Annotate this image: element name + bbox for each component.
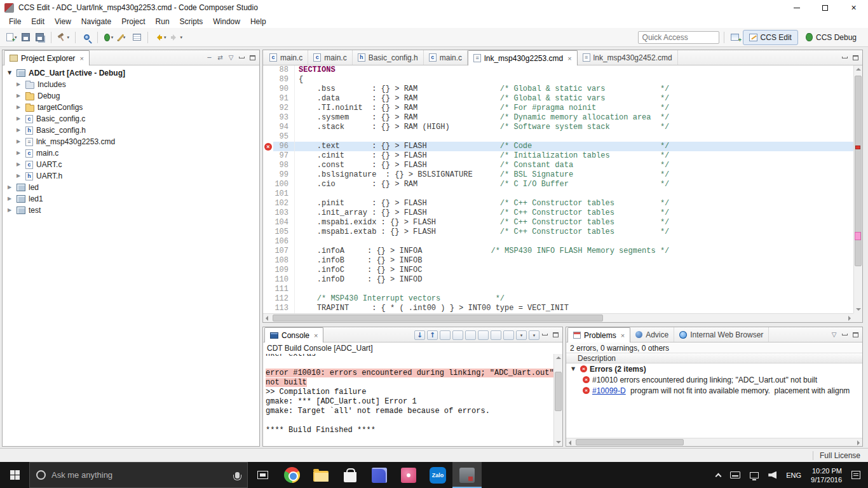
overview-error-marker[interactable] bbox=[855, 146, 860, 149]
menu-project[interactable]: Project bbox=[116, 16, 150, 27]
taskbar-app-app-blue[interactable] bbox=[365, 462, 394, 488]
menu-edit[interactable]: Edit bbox=[26, 16, 50, 27]
code-text[interactable]: .cio : {} > RAM /* C I/O Buffer */ bbox=[295, 180, 853, 189]
editor-tab-main-c[interactable]: cmain.c bbox=[264, 50, 308, 65]
tab-advice[interactable]: Advice bbox=[630, 327, 674, 342]
tree-item-basic-config-h[interactable]: ▶hBasic_config.h bbox=[3, 125, 259, 136]
collapse-arrow-icon[interactable]: ▼ bbox=[5, 67, 14, 79]
problem-item-1[interactable]: ×#10010 errors encountered during linkin… bbox=[566, 374, 862, 385]
next-error-button[interactable]: ↓ bbox=[414, 330, 425, 340]
code-text[interactable]: .TI.noinit : {} > RAM /* For #pragma noi… bbox=[295, 104, 853, 113]
build-button[interactable]: ▾ bbox=[56, 30, 71, 44]
menu-scripts[interactable]: Scripts bbox=[175, 16, 208, 27]
scrollbar-thumb[interactable] bbox=[273, 315, 603, 322]
description-column-header[interactable]: Description bbox=[566, 353, 862, 363]
taskbar-app-chrome[interactable] bbox=[277, 462, 306, 488]
quick-access-input[interactable] bbox=[638, 31, 719, 44]
code-text[interactable]: .stack : {} > RAM (HIGH) /* Software sys… bbox=[295, 123, 853, 132]
save-button[interactable] bbox=[20, 30, 32, 44]
tab-problems[interactable]: Problems× bbox=[567, 327, 630, 342]
perspective-ccs-debug[interactable]: CCS Debug bbox=[799, 30, 863, 45]
minimize-view-button[interactable] bbox=[236, 52, 247, 63]
code-editor[interactable]: 88SECTIONS89{90 .bss : {} > RAM /* Globa… bbox=[263, 65, 853, 313]
code-text[interactable]: .infoA : {} > INFOA /* MSP430 INFO FLASH… bbox=[295, 247, 853, 256]
open-console-button[interactable]: ▾ bbox=[529, 330, 539, 340]
editor-tab-lnk-msp430g2452-cmd[interactable]: ≡lnk_msp430g2452.cmd bbox=[578, 50, 678, 65]
overview-occurrence-marker[interactable] bbox=[855, 232, 861, 240]
scroll-right-arrow[interactable] bbox=[857, 440, 860, 445]
export-log-button[interactable] bbox=[452, 330, 463, 340]
menu-navigate[interactable]: Navigate bbox=[76, 16, 116, 27]
tab-console[interactable]: Console × bbox=[264, 327, 323, 342]
code-text[interactable]: .cinit : {} > FLASH /* Initialization ta… bbox=[295, 151, 853, 161]
tree-item-targetconfigs[interactable]: ▶targetConfigs bbox=[3, 102, 259, 113]
expand-arrow-icon[interactable]: ▶ bbox=[14, 125, 23, 136]
tab-internal-web-browser[interactable]: Internal Web Browser bbox=[674, 327, 769, 342]
editor-tab-main-c[interactable]: cmain.c bbox=[308, 50, 352, 65]
minimize-button[interactable] bbox=[782, 0, 811, 15]
hidden-icons-chevron[interactable] bbox=[715, 473, 722, 479]
code-text[interactable]: TRAPINT : { * ( .int00 ) } > INT00 type … bbox=[295, 304, 853, 313]
expand-arrow-icon[interactable]: ▶ bbox=[5, 205, 14, 216]
expand-arrow-icon[interactable]: ▶ bbox=[14, 79, 23, 90]
save-all-button[interactable] bbox=[34, 30, 46, 44]
code-text[interactable]: .infoD : {} > INFOD bbox=[295, 275, 853, 285]
scroll-up-arrow[interactable] bbox=[556, 356, 561, 359]
taskbar-app-app-pink[interactable] bbox=[394, 462, 423, 488]
minimize-view-button[interactable] bbox=[839, 329, 850, 340]
start-button[interactable] bbox=[0, 462, 29, 488]
scroll-up-arrow[interactable] bbox=[856, 68, 861, 71]
expand-arrow-icon[interactable]: ▶ bbox=[14, 136, 23, 147]
tab-project-explorer[interactable]: Project Explorer × bbox=[4, 50, 90, 65]
menu-view[interactable]: View bbox=[50, 16, 76, 27]
expand-arrow-icon[interactable]: ▶ bbox=[5, 193, 14, 205]
close-button[interactable]: × bbox=[839, 0, 868, 15]
taskbar-search-input[interactable] bbox=[51, 470, 229, 480]
close-tab-icon[interactable]: × bbox=[621, 332, 625, 339]
code-text[interactable]: .bss : {} > RAM /* Global & static vars … bbox=[295, 85, 853, 94]
code-text[interactable]: .text : {} > FLASH /* Code */ bbox=[295, 142, 853, 151]
link-with-editor-button[interactable]: ⇄ bbox=[215, 52, 226, 63]
maximize-button[interactable] bbox=[811, 0, 839, 15]
new-button[interactable]: ▾ bbox=[5, 30, 18, 44]
language-indicator[interactable]: ENG bbox=[786, 471, 801, 479]
scroll-right-arrow[interactable] bbox=[848, 316, 851, 321]
code-text[interactable]: .infoB : {} > INFOB bbox=[295, 256, 853, 266]
code-text[interactable]: SECTIONS bbox=[295, 65, 853, 75]
clock[interactable]: 10:20 PM 9/17/2016 bbox=[811, 466, 842, 484]
clear-console-button[interactable] bbox=[465, 330, 476, 340]
word-wrap-button[interactable] bbox=[491, 330, 501, 340]
maximize-view-button[interactable] bbox=[850, 52, 861, 63]
tree-item-adc-uart-active-debug[interactable]: ▼ADC_Uart [Active - Debug] bbox=[3, 67, 259, 79]
display-console-button[interactable]: ▾ bbox=[516, 330, 527, 340]
expand-arrow-icon[interactable]: ▶ bbox=[5, 182, 14, 193]
tree-item-uart-h[interactable]: ▶hUART.h bbox=[3, 170, 259, 182]
menu-help[interactable]: Help bbox=[245, 16, 271, 27]
tree-item-main-c[interactable]: ▶cmain.c bbox=[3, 147, 259, 159]
menu-window[interactable]: Window bbox=[208, 16, 245, 27]
edit-button[interactable]: ▾ bbox=[116, 30, 129, 44]
scroll-lock-button[interactable] bbox=[478, 330, 489, 340]
editor-tab-main-c[interactable]: cmain.c bbox=[424, 50, 468, 65]
maximize-view-button[interactable] bbox=[550, 329, 561, 340]
taskbar-app-store[interactable] bbox=[336, 462, 365, 488]
problems-horizontal-scrollbar[interactable] bbox=[566, 438, 862, 446]
back-button[interactable]: ▾ bbox=[153, 30, 168, 44]
taskbar-app-zalo[interactable]: Zalo bbox=[423, 462, 452, 488]
view-menu-button[interactable]: ▽ bbox=[829, 329, 839, 340]
minimize-view-button[interactable] bbox=[839, 52, 850, 63]
maximize-view-button[interactable] bbox=[247, 52, 258, 63]
code-text[interactable] bbox=[295, 237, 853, 247]
debug-button[interactable]: ▾ bbox=[102, 30, 115, 44]
expand-arrow-icon[interactable]: ▶ bbox=[14, 170, 23, 182]
scroll-down-arrow[interactable] bbox=[556, 441, 561, 444]
console-vertical-scrollbar[interactable] bbox=[553, 354, 562, 446]
editor-tab-basic-config-h[interactable]: hBasic_config.h bbox=[353, 50, 424, 65]
expand-arrow-icon[interactable]: ▶ bbox=[14, 147, 23, 159]
code-text[interactable]: .const : {} > FLASH /* Constant data */ bbox=[295, 161, 853, 170]
tree-item-lnk-msp430g2253-cmd[interactable]: ▶≡lnk_msp430g2253.cmd bbox=[3, 136, 259, 147]
code-text[interactable]: .bslsignature : {} > BSLSIGNATURE /* BSL… bbox=[295, 170, 853, 180]
problems-group-errors[interactable]: ▼×Errors (2 items) bbox=[566, 363, 862, 374]
tree-item-debug[interactable]: ▶Debug bbox=[3, 90, 259, 102]
scrollbar-thumb[interactable] bbox=[576, 439, 684, 445]
